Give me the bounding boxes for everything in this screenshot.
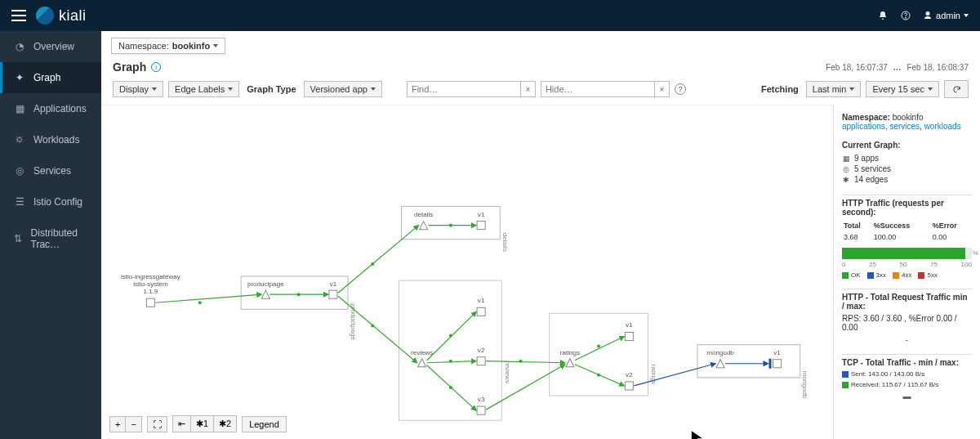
- namespace-selector[interactable]: Namespace: bookinfo: [111, 38, 225, 54]
- sidebar-item-services[interactable]: ◎ Services: [0, 155, 101, 186]
- layout-2-button[interactable]: ✱1: [191, 416, 214, 432]
- workloads-icon: ⛭: [14, 134, 25, 146]
- graph-icon: ✦: [14, 72, 25, 83]
- menu-toggle[interactable]: [11, 10, 26, 21]
- workload-details-v1[interactable]: [477, 222, 485, 230]
- panel-ns-label: Namespace:: [842, 113, 890, 122]
- sidebar-item-label: Graph: [33, 72, 60, 83]
- node-mongodb-label: mongodb: [706, 349, 734, 356]
- namespace-label: Namespace:: [118, 41, 169, 51]
- graph-type-dropdown[interactable]: Versioned app: [304, 81, 382, 97]
- td-error: 0.00: [931, 231, 972, 243]
- node-ingress[interactable]: [146, 298, 154, 307]
- http-legend: OK 3xx 4xx 5xx: [842, 271, 972, 279]
- node-ingress-sub1: istio-system: [133, 280, 168, 288]
- http-req-title: HTTP - Total Request Traffic min / max:: [842, 293, 972, 311]
- info-icon[interactable]: i: [151, 62, 161, 72]
- layout-3-button[interactable]: ✱2: [214, 416, 236, 432]
- duration-label: Last min: [813, 84, 847, 94]
- hide-input[interactable]: [541, 81, 655, 97]
- display-dropdown[interactable]: Display: [113, 81, 163, 97]
- http-traffic-title: HTTP Traffic (requests per second):: [842, 199, 972, 217]
- tcp-badge-icon: [768, 359, 771, 369]
- tcp-title: TCP - Total Traffic - min / max:: [842, 358, 972, 367]
- graph-type-label: Graph Type: [244, 84, 298, 94]
- workload-ratings-v1[interactable]: [625, 332, 633, 340]
- legend-button[interactable]: Legend: [242, 416, 287, 432]
- legend-4xx: 4xx: [902, 271, 911, 279]
- http-traffic-table: Total%Success%Error 3.68100.000.00: [842, 220, 972, 243]
- th-total: Total: [842, 220, 872, 231]
- services-icon: ◎: [14, 165, 25, 177]
- sparkline-placeholder-2: ▬: [842, 392, 972, 401]
- sidebar-item-label: Workloads: [33, 134, 79, 146]
- sidebar-item-distributed-tracing[interactable]: ⇅ Distributed Trac…: [0, 217, 101, 260]
- workload-reviews-v1[interactable]: [477, 307, 485, 316]
- time-range: Feb 18, 16:07:37 … Feb 18, 16:08:37: [826, 63, 969, 72]
- workload-ratings-v2[interactable]: [625, 382, 633, 390]
- workload-reviews-v3[interactable]: [477, 406, 485, 414]
- node-reviews-v3-label: v3: [478, 396, 485, 403]
- hide-group: ×: [541, 81, 670, 97]
- link-applications[interactable]: applications: [842, 122, 885, 131]
- chevron-down-icon: [213, 44, 218, 47]
- node-reviews-v1-label: v1: [478, 297, 485, 304]
- logo-mark-icon: [36, 7, 54, 25]
- axis-75: 75: [930, 261, 938, 268]
- find-group: ×: [407, 81, 536, 97]
- zoom-out-button[interactable]: −: [126, 417, 140, 432]
- node-productpage-v1-label: v1: [330, 280, 337, 288]
- topbar-right: admin: [877, 10, 969, 21]
- topbar-left: kiali: [11, 7, 87, 25]
- node-ratings-v1-label: v1: [626, 321, 633, 329]
- config-icon: ☰: [14, 196, 25, 208]
- node-ratings-label: ratings: [560, 349, 580, 356]
- link-services[interactable]: services: [889, 122, 920, 131]
- sidebar-item-overview[interactable]: ◔ Overview: [0, 31, 101, 62]
- find-input[interactable]: [407, 81, 521, 97]
- fit-button[interactable]: ⛶: [148, 417, 167, 432]
- edge-labels-dropdown[interactable]: Edge Labels: [168, 81, 239, 97]
- title-row: Graph i Feb 18, 16:07:37 … Feb 18, 16:08…: [101, 54, 980, 77]
- sidebar-item-label: Distributed Trac…: [31, 227, 90, 250]
- edge-labels-label: Edge Labels: [175, 84, 225, 94]
- edges-icon: ✱: [842, 176, 850, 184]
- group-details-label: details: [501, 233, 509, 252]
- refresh-interval-dropdown[interactable]: Every 15 sec: [866, 81, 939, 97]
- duration-dropdown[interactable]: Last min: [806, 81, 862, 97]
- trace-icon: ⇅: [14, 233, 23, 244]
- node-ratings-v2-label: v2: [626, 371, 633, 379]
- bell-icon[interactable]: [877, 10, 889, 21]
- chevron-down-icon: [371, 87, 376, 91]
- page-title: Graph: [113, 60, 146, 74]
- node-reviews-label: reviews: [411, 349, 433, 356]
- refresh-icon: [951, 83, 962, 95]
- hide-clear-button[interactable]: ×: [655, 81, 670, 97]
- sidebar-item-applications[interactable]: ▦ Applications: [0, 93, 101, 124]
- layout-1-button[interactable]: ⇤: [173, 416, 191, 432]
- refresh-button[interactable]: [944, 80, 969, 98]
- http-req-line: RPS: 3.60 / 3.60 , %Error 0.00 / 0.00: [842, 314, 972, 332]
- apps-icon: ▦: [842, 155, 850, 163]
- namespace-value: bookinfo: [172, 41, 210, 51]
- topbar: kiali admin: [0, 0, 980, 31]
- workload-reviews-v2[interactable]: [477, 357, 485, 365]
- graph-canvas[interactable]: istio-ingressgateway istio-system 1.1.9 …: [101, 105, 833, 439]
- sidebar-item-graph[interactable]: ✦ Graph: [0, 62, 101, 93]
- legend-5xx: 5xx: [927, 271, 937, 279]
- sidebar-item-istio-config[interactable]: ☰ Istio Config: [0, 186, 101, 217]
- zoom-in-button[interactable]: +: [110, 417, 126, 432]
- chevron-down-icon: [964, 14, 969, 17]
- workload-productpage-v1[interactable]: [329, 290, 337, 298]
- help-icon[interactable]: [900, 10, 911, 21]
- link-workloads[interactable]: workloads: [924, 122, 961, 131]
- user-menu[interactable]: admin: [923, 11, 969, 20]
- toolbar-help-icon[interactable]: ?: [675, 83, 686, 95]
- apps-icon: ▦: [14, 103, 25, 114]
- svg-point-11: [597, 345, 600, 348]
- axis: 0 25 50 75 100: [842, 261, 972, 268]
- find-clear-button[interactable]: ×: [521, 81, 536, 97]
- title-left: Graph i: [113, 60, 161, 74]
- workload-mongodb-v1[interactable]: [773, 360, 782, 368]
- sidebar-item-workloads[interactable]: ⛭ Workloads: [0, 124, 101, 155]
